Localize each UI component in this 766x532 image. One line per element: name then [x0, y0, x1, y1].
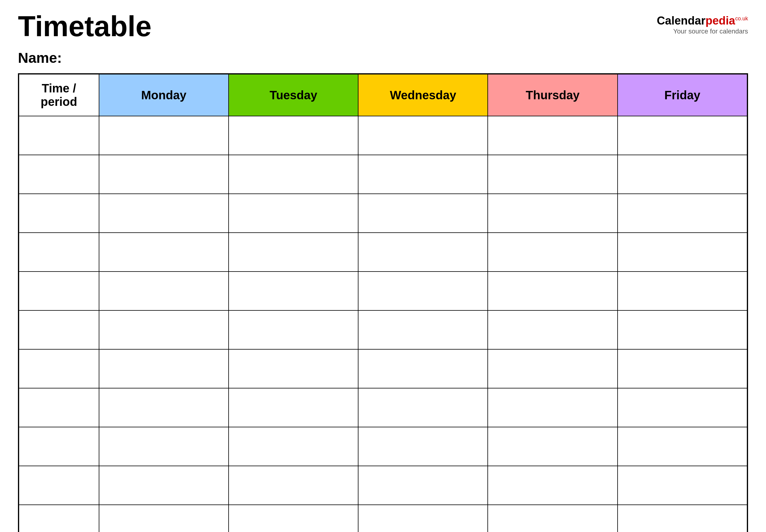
table-cell: [229, 388, 358, 427]
name-row: Name:: [18, 50, 748, 66]
table-cell: [229, 310, 358, 349]
table-cell: [618, 388, 747, 427]
table-cell: [488, 505, 617, 532]
table-cell: [229, 466, 358, 505]
table-row: [19, 466, 747, 505]
table-row: [19, 349, 747, 388]
table-cell: [229, 272, 358, 310]
col-header-tuesday: Tuesday: [229, 74, 358, 116]
table-cell: [358, 466, 488, 505]
table-cell: [618, 310, 747, 349]
table-cell: [99, 272, 229, 310]
table-body: [19, 116, 747, 532]
table-cell: [99, 116, 229, 155]
table-cell: [618, 155, 747, 194]
page-title: Timetable: [18, 12, 151, 41]
table-cell: [358, 233, 488, 272]
table-cell: [618, 505, 747, 532]
table-cell: [19, 194, 99, 233]
table-cell: [19, 388, 99, 427]
table-row: [19, 427, 747, 466]
table-cell: [229, 427, 358, 466]
logo-calendar-text: Calendar: [657, 14, 706, 27]
table-cell: [229, 155, 358, 194]
logo-pedia-text: pedia: [706, 14, 735, 27]
col-header-wednesday: Wednesday: [358, 74, 488, 116]
name-label: Name:: [18, 50, 62, 66]
table-cell: [488, 388, 617, 427]
table-cell: [618, 233, 747, 272]
timetable-table: Time / period Monday Tuesday Wednesday T…: [19, 74, 747, 532]
table-cell: [19, 466, 99, 505]
col-header-monday: Monday: [99, 74, 229, 116]
table-cell: [358, 272, 488, 310]
table-cell: [99, 505, 229, 532]
table-cell: [618, 116, 747, 155]
page-header: Timetable Calendarpediaco.uk Your source…: [18, 12, 748, 41]
table-cell: [19, 505, 99, 532]
table-cell: [358, 155, 488, 194]
table-cell: [99, 427, 229, 466]
table-row: [19, 505, 747, 532]
table-cell: [99, 233, 229, 272]
table-cell: [19, 233, 99, 272]
table-cell: [488, 155, 617, 194]
table-cell: [358, 427, 488, 466]
table-cell: [488, 233, 617, 272]
col-header-friday: Friday: [618, 74, 747, 116]
logo-tagline: Your source for calendars: [673, 28, 748, 35]
table-cell: [229, 116, 358, 155]
table-cell: [358, 194, 488, 233]
table-row: [19, 272, 747, 310]
table-cell: [488, 466, 617, 505]
timetable: Time / period Monday Tuesday Wednesday T…: [18, 73, 748, 532]
table-cell: [358, 388, 488, 427]
table-cell: [488, 116, 617, 155]
table-cell: [488, 349, 617, 388]
table-cell: [19, 116, 99, 155]
logo-container: Calendarpediaco.uk Your source for calen…: [657, 12, 748, 35]
col-header-thursday: Thursday: [488, 74, 617, 116]
table-cell: [358, 505, 488, 532]
table-cell: [618, 272, 747, 310]
table-cell: [99, 194, 229, 233]
table-cell: [488, 310, 617, 349]
table-cell: [229, 194, 358, 233]
table-row: [19, 388, 747, 427]
table-cell: [19, 155, 99, 194]
table-cell: [358, 349, 488, 388]
table-cell: [488, 427, 617, 466]
table-cell: [618, 466, 747, 505]
table-cell: [19, 310, 99, 349]
table-cell: [99, 310, 229, 349]
table-cell: [358, 310, 488, 349]
table-cell: [19, 349, 99, 388]
table-cell: [618, 349, 747, 388]
table-row: [19, 155, 747, 194]
table-cell: [99, 388, 229, 427]
table-cell: [99, 349, 229, 388]
table-cell: [99, 155, 229, 194]
table-cell: [488, 272, 617, 310]
table-row: [19, 116, 747, 155]
table-cell: [99, 466, 229, 505]
table-cell: [229, 349, 358, 388]
header-row: Time / period Monday Tuesday Wednesday T…: [19, 74, 747, 116]
table-cell: [229, 505, 358, 532]
table-row: [19, 194, 747, 233]
table-cell: [229, 233, 358, 272]
logo: Calendarpediaco.uk: [657, 15, 748, 26]
logo-couk-text: co.uk: [735, 16, 748, 22]
table-cell: [618, 194, 747, 233]
table-row: [19, 310, 747, 349]
table-cell: [358, 116, 488, 155]
table-row: [19, 233, 747, 272]
table-cell: [488, 194, 617, 233]
table-cell: [618, 427, 747, 466]
col-header-time: Time / period: [19, 74, 99, 116]
table-header: Time / period Monday Tuesday Wednesday T…: [19, 74, 747, 116]
table-cell: [19, 272, 99, 310]
table-cell: [19, 427, 99, 466]
